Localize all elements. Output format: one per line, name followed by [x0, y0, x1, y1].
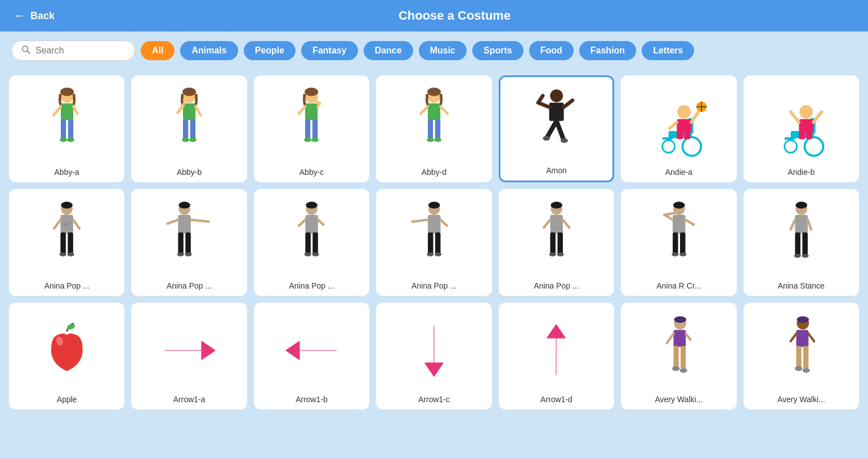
svg-line-92	[191, 220, 209, 222]
svg-rect-97	[312, 232, 318, 254]
svg-line-39	[440, 106, 448, 114]
svg-rect-152	[796, 330, 808, 347]
back-arrow-icon: ←	[14, 8, 26, 23]
costume-card-anina-r-cr[interactable]: Anina R Cr...	[621, 189, 736, 296]
search-box[interactable]	[11, 40, 135, 61]
costume-card-andie-a[interactable]: Andie-a	[621, 75, 736, 182]
filter-btn-letters[interactable]: Letters	[642, 41, 694, 60]
svg-line-70	[813, 112, 822, 122]
filter-btn-all[interactable]: All	[141, 41, 175, 60]
svg-point-3	[60, 88, 74, 96]
svg-point-22	[305, 88, 318, 96]
costume-card-apple[interactable]: Apple	[9, 303, 124, 410]
costume-card-anina-pop-4[interactable]: Anina Pop ...	[376, 189, 491, 296]
costume-card-anina-pop-5[interactable]: Anina Pop ...	[499, 189, 614, 296]
svg-line-56	[691, 110, 700, 122]
costume-label: Anina R Cr...	[656, 281, 701, 290]
svg-rect-133	[795, 232, 800, 256]
svg-point-117	[557, 253, 563, 256]
costume-label: Arrow1-b	[296, 395, 328, 404]
costume-label: Abby-a	[55, 168, 79, 177]
svg-point-155	[795, 366, 802, 371]
costume-label: Abby-c	[299, 168, 324, 177]
costume-card-abby-a[interactable]: Abby-a	[9, 75, 124, 182]
costume-card-arrow1-d[interactable]: Arrow1-d	[499, 303, 614, 410]
search-input[interactable]	[35, 46, 126, 56]
costume-card-abby-d[interactable]: Abby-d	[376, 75, 491, 182]
costume-card-andie-b[interactable]: Andie-b	[744, 75, 859, 182]
svg-point-81	[68, 253, 74, 256]
costume-label: Andie-b	[788, 168, 815, 177]
costume-card-avery-walki-1[interactable]: Avery Walki...	[621, 303, 736, 410]
filter-btn-animals[interactable]: Animals	[180, 41, 238, 60]
svg-rect-33	[428, 104, 440, 120]
svg-point-142	[674, 316, 686, 323]
svg-point-136	[802, 254, 808, 258]
costume-label: Avery Walki...	[655, 395, 703, 404]
svg-line-138	[808, 220, 811, 230]
svg-rect-153	[796, 346, 801, 368]
page-title: Choose a Costume	[55, 8, 854, 23]
svg-point-156	[802, 368, 809, 372]
costume-label: Apple	[57, 395, 77, 404]
svg-point-75	[61, 202, 73, 209]
costume-card-arrow1-a[interactable]: Arrow1-a	[131, 303, 247, 410]
svg-point-94	[306, 202, 317, 209]
svg-rect-13	[183, 104, 195, 120]
svg-point-116	[549, 253, 556, 256]
costume-card-avery-walki-2[interactable]: Avery Walki...	[744, 303, 859, 410]
costume-card-anina-pop-3[interactable]: Anina Pop ...	[254, 189, 369, 296]
costume-card-anina-stance[interactable]: Anina Stance	[744, 189, 859, 296]
costume-card-arrow1-b[interactable]: Arrow1-b	[254, 303, 369, 410]
svg-line-129	[685, 220, 693, 225]
costume-card-anina-pop-2[interactable]: Anina Pop ...	[131, 189, 247, 296]
svg-point-85	[178, 202, 190, 209]
costume-card-abby-b[interactable]: Abby-b	[131, 75, 247, 182]
svg-point-27	[312, 138, 319, 142]
svg-line-47	[538, 96, 543, 102]
svg-line-9	[53, 106, 61, 115]
svg-rect-73	[806, 132, 812, 140]
filter-btn-music[interactable]: Music	[419, 41, 467, 60]
svg-rect-154	[803, 346, 808, 368]
svg-line-137	[790, 220, 795, 230]
svg-line-100	[299, 220, 305, 226]
svg-line-83	[73, 220, 79, 229]
svg-rect-72	[799, 132, 806, 140]
svg-rect-41	[549, 102, 563, 121]
svg-rect-143	[674, 330, 686, 347]
header: ← Back Choose a Costume	[0, 0, 868, 32]
filter-btn-fashion[interactable]: Fashion	[579, 41, 636, 60]
svg-rect-134	[802, 232, 808, 256]
costume-card-anina-pop-1[interactable]: AP Anina Pop ...	[9, 189, 124, 296]
svg-rect-69	[799, 119, 814, 133]
svg-rect-96	[305, 232, 311, 254]
costume-label: Andie-a	[665, 168, 692, 177]
costume-card-abby-c[interactable]: Abby-c	[254, 75, 369, 182]
svg-point-131	[795, 202, 807, 209]
svg-point-125	[672, 253, 678, 256]
back-button[interactable]: ← Back	[14, 8, 55, 23]
svg-point-89	[177, 253, 184, 256]
svg-rect-114	[550, 232, 556, 254]
svg-rect-34	[428, 119, 433, 140]
svg-rect-124	[680, 232, 686, 254]
filter-btn-dance[interactable]: Dance	[364, 41, 413, 60]
filter-btn-sports[interactable]: Sports	[472, 41, 524, 60]
svg-point-80	[60, 253, 66, 256]
filter-btn-people[interactable]: People	[244, 41, 296, 60]
svg-line-119	[563, 220, 569, 228]
filter-btn-food[interactable]: Food	[529, 41, 574, 60]
svg-line-60	[669, 122, 677, 128]
costume-label: Anina Stance	[778, 281, 825, 290]
svg-rect-115	[557, 232, 563, 254]
svg-point-54	[677, 105, 691, 119]
svg-point-45	[561, 138, 568, 143]
costume-card-amon[interactable]: Amon	[499, 75, 614, 182]
filter-btn-fantasy[interactable]: Fantasy	[301, 41, 357, 60]
costume-card-arrow1-c[interactable]: Arrow1-c	[376, 303, 491, 410]
svg-rect-23	[305, 104, 317, 120]
svg-line-1	[27, 51, 30, 53]
svg-line-71	[791, 112, 799, 122]
svg-rect-104	[428, 215, 441, 233]
